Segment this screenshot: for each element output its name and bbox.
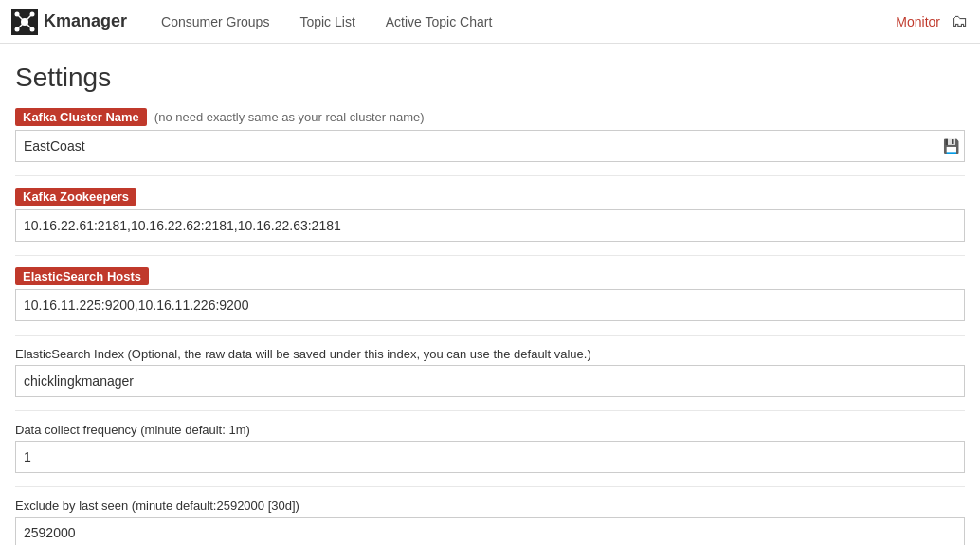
elasticsearch-index-label-row: ElasticSearch Index (Optional, the raw d… xyxy=(15,347,965,361)
brand-link[interactable]: Kmanager xyxy=(11,9,127,35)
navbar-links: Consumer Groups Topic List Active Topic … xyxy=(146,0,507,44)
kafka-cluster-name-label-row: Kafka Cluster Name (no need exactly same… xyxy=(15,108,965,126)
elasticsearch-index-input[interactable] xyxy=(15,365,965,397)
divider-4 xyxy=(15,410,965,411)
main-content: Settings Kafka Cluster Name (no need exa… xyxy=(0,44,980,545)
brand-name: Kmanager xyxy=(44,11,127,31)
nav-consumer-groups[interactable]: Consumer Groups xyxy=(146,0,284,44)
elasticsearch-hosts-group: ElasticSearch Hosts xyxy=(15,267,965,321)
exclude-last-seen-input[interactable] xyxy=(15,517,965,545)
data-collect-frequency-label: Data collect frequency (minute default: … xyxy=(15,423,250,437)
elasticsearch-index-group: ElasticSearch Index (Optional, the raw d… xyxy=(15,347,965,397)
divider-3 xyxy=(15,335,965,336)
page-title: Settings xyxy=(15,63,965,93)
navbar-right: Monitor 🗂 xyxy=(896,11,969,31)
brand-icon xyxy=(11,9,38,35)
kafka-cluster-name-badge: Kafka Cluster Name xyxy=(15,108,147,126)
exclude-last-seen-group: Exclude by last seen (minute default:259… xyxy=(15,499,965,545)
kafka-zookeepers-input[interactable] xyxy=(15,209,965,242)
divider-1 xyxy=(15,175,965,176)
exclude-last-seen-label: Exclude by last seen (minute default:259… xyxy=(15,499,299,513)
exclude-last-seen-label-row: Exclude by last seen (minute default:259… xyxy=(15,499,965,513)
data-collect-frequency-input[interactable] xyxy=(15,441,965,473)
elasticsearch-hosts-badge: ElasticSearch Hosts xyxy=(15,267,149,285)
nav-active-topic-chart[interactable]: Active Topic Chart xyxy=(371,0,508,44)
nav-topic-list[interactable]: Topic List xyxy=(284,0,370,44)
monitor-link[interactable]: Monitor xyxy=(896,14,940,29)
kafka-cluster-name-input-wrapper: 💾 xyxy=(15,130,965,162)
kafka-cluster-name-hint: (no need exactly same as your real clust… xyxy=(154,110,425,124)
kafka-zookeepers-badge: Kafka Zookeepers xyxy=(15,188,136,206)
kafka-cluster-name-input[interactable] xyxy=(15,130,965,162)
elasticsearch-hosts-label-row: ElasticSearch Hosts xyxy=(15,267,965,285)
kafka-cluster-name-group: Kafka Cluster Name (no need exactly same… xyxy=(15,108,965,162)
save-icon: 💾 xyxy=(943,138,959,154)
folder-icon[interactable]: 🗂 xyxy=(952,11,969,31)
divider-5 xyxy=(15,486,965,487)
data-collect-frequency-label-row: Data collect frequency (minute default: … xyxy=(15,423,965,437)
navbar: Kmanager Consumer Groups Topic List Acti… xyxy=(0,0,980,44)
elasticsearch-hosts-input[interactable] xyxy=(15,289,965,321)
divider-2 xyxy=(15,255,965,256)
kafka-zookeepers-group: Kafka Zookeepers xyxy=(15,188,965,242)
data-collect-frequency-group: Data collect frequency (minute default: … xyxy=(15,423,965,473)
kafka-zookeepers-label-row: Kafka Zookeepers xyxy=(15,188,965,206)
elasticsearch-index-label: ElasticSearch Index (Optional, the raw d… xyxy=(15,347,591,361)
